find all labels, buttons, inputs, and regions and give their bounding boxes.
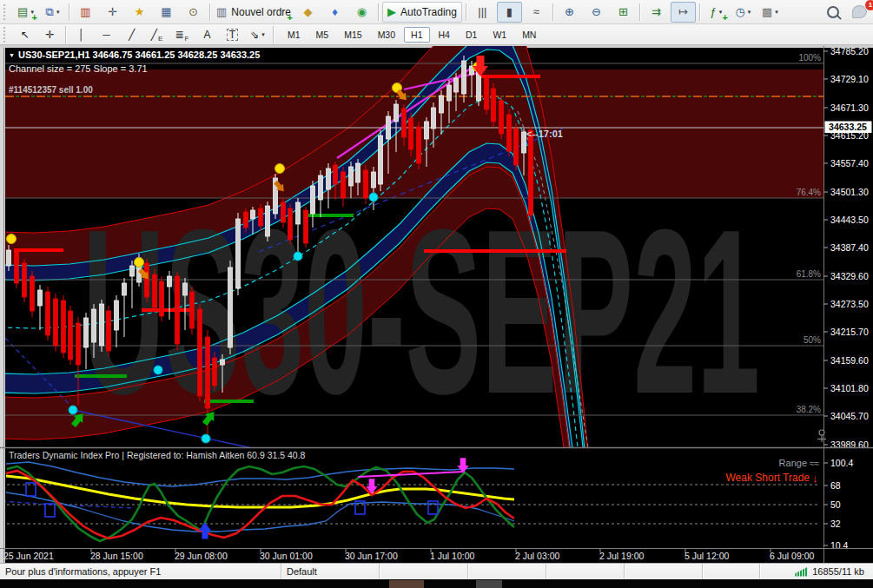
metaeditor-button[interactable]: ◆ (295, 2, 321, 23)
trendline-tool[interactable]: ╱ (120, 25, 143, 43)
notifications-button[interactable]: 1 (847, 2, 872, 23)
zoom-in-button[interactable]: ⊕ (557, 2, 582, 23)
navigator-button[interactable]: ★ (127, 2, 152, 23)
time-label: 1 Jul 10:00 (430, 551, 475, 561)
current-price-label: 34633.25 (829, 122, 867, 132)
candle-body (372, 172, 376, 188)
new-order-button[interactable]: ▥+Nouvel ordre (214, 2, 294, 23)
timeframe-h1[interactable]: H1 (404, 27, 429, 43)
bar-chart-button[interactable]: ||| (470, 2, 495, 23)
chart-menu-arrow: ▼ (9, 52, 15, 58)
taskbar-strip (0, 579, 873, 588)
timeframe-w1[interactable]: W1 (486, 27, 513, 43)
new-order-icon: ▥ (216, 6, 227, 17)
candle-body (454, 78, 459, 92)
crosshair-icon: ✛ (45, 30, 54, 40)
yellow-signal-dot (135, 258, 144, 268)
plus-badge-icon: + (288, 13, 293, 23)
time-label: 30 Jun 01:00 (260, 551, 313, 561)
candle-body (107, 311, 111, 351)
tile-windows-button[interactable]: ⊞ (611, 2, 636, 23)
metaeditor-icon: ◆ (304, 6, 313, 17)
candle-chart-button[interactable]: ▮ (497, 2, 522, 23)
line-chart-icon: ≈ (533, 6, 539, 17)
chevron-down-icon: ▾ (56, 9, 60, 16)
timeframe-m30[interactable]: M30 (371, 27, 402, 43)
candle-body (228, 268, 233, 347)
timeframe-m1[interactable]: M1 (281, 27, 308, 43)
level-bar (480, 75, 540, 78)
status-cell (546, 564, 625, 579)
chevron-down-icon: ▾ (748, 9, 751, 16)
label-tool[interactable]: T (221, 25, 244, 43)
horizontal-line-tool[interactable]: ─ (95, 25, 118, 43)
price-label: 34215.70 (830, 327, 869, 337)
terminal-button[interactable]: ▦ (154, 2, 179, 23)
indicators-button[interactable]: ƒ+▾ (704, 2, 729, 23)
candle-body (356, 163, 360, 182)
text-tool[interactable]: A (195, 25, 219, 43)
network-bars-icon (795, 567, 808, 577)
candle-body (153, 274, 157, 307)
tdi-trade-label: Weak Short Trade (726, 472, 810, 484)
strategy-tester-button[interactable]: ⊙ (181, 2, 206, 23)
horizontal-line-icon: ─ (103, 30, 110, 40)
profiles-button[interactable]: ⧉▾ (40, 2, 65, 23)
candle-body (213, 358, 217, 386)
candle-body (492, 89, 496, 122)
time-label: 28 Jun 15:00 (90, 551, 143, 561)
candle-body (462, 61, 466, 94)
candle-body (251, 210, 255, 219)
channel-icon: ╱ (151, 30, 157, 40)
cursor-tool[interactable]: ↖ (13, 25, 36, 43)
signals-icon: ◉ (357, 6, 367, 17)
status-profile[interactable]: Default (281, 564, 380, 579)
crosshair-tool[interactable]: ✛ (38, 25, 62, 43)
taskbar-segment (476, 580, 502, 588)
chart-symbol-title: US30-SEP21,H1 34646.75 34661.25 34628.25… (18, 50, 260, 60)
autotrading-button[interactable]: ▶AutoTrading (382, 2, 462, 23)
candle-body (364, 170, 368, 198)
candle-body (92, 309, 96, 342)
shift-chart-button[interactable]: ↦ (671, 2, 696, 23)
bar-chart-icon: ||| (478, 6, 486, 17)
timeframe-m15[interactable]: M15 (337, 27, 368, 43)
signals-button[interactable]: ◉ (349, 2, 374, 23)
market-watch-button[interactable]: ▥ (73, 2, 98, 23)
candle-body (122, 283, 127, 295)
experts-button[interactable]: ♦ (322, 2, 347, 23)
notification-badge: 1 (864, 0, 873, 11)
candle-body (145, 263, 149, 297)
line-chart-button[interactable]: ≈ (524, 2, 549, 23)
candle-body (23, 263, 27, 297)
new-chart-button[interactable]: ▤+▾ (13, 2, 38, 23)
autoscroll-button[interactable]: ⇉ (644, 2, 669, 23)
fibonacci-tool[interactable]: ≣F (170, 25, 194, 43)
channel-tool[interactable]: ╱E (145, 25, 169, 43)
templates-button[interactable]: ▩▾ (757, 2, 783, 23)
trendline-icon: ╱ (129, 30, 135, 40)
candle-body (15, 252, 19, 283)
data-window-button[interactable]: ✛ (100, 2, 125, 23)
vertical-line-tool[interactable]: │ (69, 25, 93, 43)
time-label: 30 Jun 17:00 (345, 551, 398, 561)
timeframe-mn[interactable]: MN (515, 27, 543, 43)
search-button[interactable] (820, 2, 845, 23)
candle-body (190, 292, 195, 328)
shapes-tool[interactable]: ⇘▾ (246, 25, 269, 43)
cyan-signal-dot (154, 366, 162, 374)
time-label: 2 Jul 19:00 (599, 551, 645, 561)
fib-label: 100% (798, 53, 821, 63)
toolbar-separator (65, 26, 66, 43)
timeframe-d1[interactable]: D1 (459, 27, 484, 43)
timeframe-h4[interactable]: H4 (432, 27, 457, 43)
candle-body (409, 118, 413, 149)
zoom-out-button[interactable]: ⊖ (584, 2, 609, 23)
zoom-out-icon: ⊖ (592, 6, 601, 17)
periods-button[interactable]: ◷▾ (731, 2, 756, 23)
timeframe-m5[interactable]: M5 (309, 27, 336, 43)
mt4-window: ▤+▾⧉▾▥✛★▦⊙▥+Nouvel ordre◆♦◉▶AutoTrading|… (0, 0, 873, 588)
toolbar-separator (209, 3, 210, 21)
chart-area[interactable]: US30-SEP21100%76.4%61.8%50%38.2%▼US30-SE… (0, 45, 873, 563)
price-label: 34273.50 (830, 299, 869, 309)
